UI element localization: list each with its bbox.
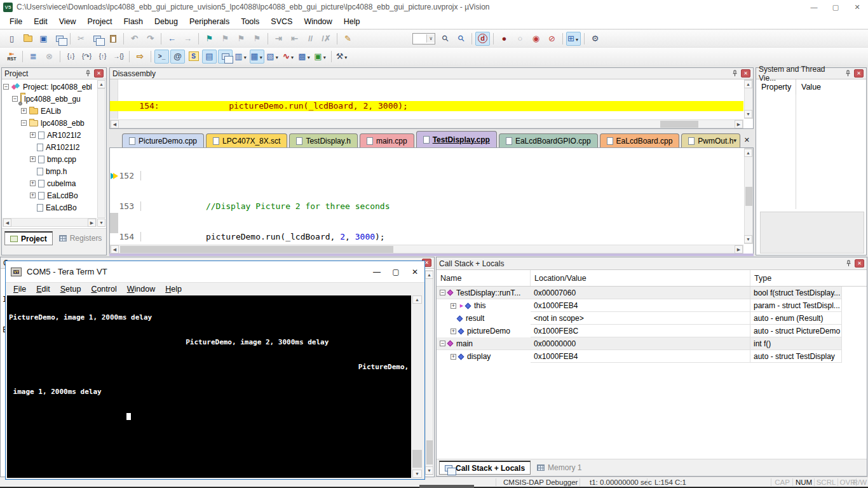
stop-button[interactable]: ⊗ <box>42 50 57 64</box>
terminal-scrollbar[interactable] <box>411 295 423 478</box>
tree-item-file[interactable]: bmp.cpp <box>3 153 96 165</box>
callstack-window-button[interactable] <box>218 50 233 64</box>
tree-item-target[interactable]: lpc4088_ebb_gu <box>3 93 96 105</box>
expand-icon[interactable] <box>451 329 456 334</box>
scroll-right-button[interactable] <box>735 120 743 128</box>
tab-lpc407x-sct[interactable]: LPC407X_8X.sct <box>206 133 287 147</box>
scroll-right-button[interactable] <box>735 245 743 254</box>
menu-help[interactable]: Help <box>160 283 187 295</box>
tree-item-file[interactable]: EaLcdBo <box>3 189 96 201</box>
menu-window[interactable]: Window <box>122 283 160 295</box>
menu-file[interactable]: File <box>8 283 31 295</box>
save-all-button[interactable] <box>52 32 67 46</box>
menu-tools[interactable]: Tools <box>235 15 265 29</box>
vertical-scrollbar[interactable] <box>425 270 433 475</box>
scrollbar-thumb[interactable] <box>660 121 698 128</box>
tab-main-cpp[interactable]: main.cpp <box>360 133 414 147</box>
disable-breakpoint-button[interactable]: ○ <box>513 32 527 46</box>
tree-item-file[interactable]: AR1021I2 <box>3 129 96 141</box>
menu-help[interactable]: Help <box>338 15 366 29</box>
collapse-icon[interactable] <box>3 84 9 90</box>
scrollbar-thumb[interactable] <box>412 450 422 468</box>
scroll-right-button[interactable] <box>88 219 96 227</box>
cut-button[interactable]: ✂ <box>74 32 88 46</box>
table-row-result[interactable]: result <not in scope> auto - enum (Resul… <box>437 312 867 325</box>
vertical-scrollbar[interactable] <box>744 148 753 244</box>
table-row-this[interactable]: this 0x1000FEB4 param - struct TestDispl… <box>437 299 867 312</box>
expand-icon[interactable] <box>451 354 456 360</box>
teraterm-title-bar[interactable]: COM5 - Tera Term VT — ▢ ✕ <box>6 261 424 282</box>
vertical-scrollbar[interactable] <box>97 88 105 218</box>
menu-flash[interactable]: Flash <box>118 15 149 29</box>
table-row-main[interactable]: main 0x00000000 int f() <box>437 337 867 350</box>
tree-item-project-root[interactable]: Project: lpc4088_ebl <box>3 81 96 93</box>
scrollbar-thumb[interactable] <box>120 246 393 253</box>
toggle-bookmark-button[interactable]: ⚑ <box>202 32 217 46</box>
reset-cpu-button[interactable]: RST <box>4 50 19 64</box>
navigate-back-button[interactable]: ← <box>165 32 179 46</box>
scroll-left-button[interactable] <box>111 120 119 128</box>
symbol-window-button[interactable]: S <box>186 50 201 64</box>
uncomment-selection-button[interactable]: /✗ <box>319 32 334 46</box>
open-file-button[interactable] <box>20 32 35 46</box>
collapse-icon[interactable] <box>440 290 445 295</box>
tree-item-file[interactable]: EaLcdBo <box>3 201 96 214</box>
terminal-output[interactable]: PictureDemo, image 1, 2000ms delay Pictu… <box>7 295 411 478</box>
table-row-testdisplay-runt[interactable]: TestDisplay::runT... 0x00007060 bool f(s… <box>437 287 867 299</box>
tab-memory-1[interactable]: Memory 1 <box>532 461 587 475</box>
horizontal-scrollbar[interactable] <box>3 218 97 227</box>
column-location-value[interactable]: Location/Value <box>531 270 750 286</box>
outline-window-button[interactable]: ⊞ <box>566 32 581 46</box>
tab-list-button[interactable] <box>733 135 738 144</box>
menu-peripherals[interactable]: Peripherals <box>184 15 235 29</box>
close-panel-button[interactable] <box>855 259 864 268</box>
menu-file[interactable]: File <box>4 15 28 29</box>
column-name[interactable]: Name <box>437 270 531 286</box>
scroll-up-button[interactable] <box>744 80 752 88</box>
edit-config-button[interactable]: ✎ <box>341 32 355 46</box>
table-row-display[interactable]: display 0x1000FEB4 auto - struct TestDis… <box>437 350 867 363</box>
horizontal-scrollbar[interactable] <box>110 245 743 254</box>
close-button[interactable]: ✕ <box>846 0 868 14</box>
expand-icon[interactable] <box>30 180 36 186</box>
tab-project[interactable]: Project <box>4 231 53 245</box>
scroll-down-button[interactable] <box>744 110 752 118</box>
incremental-find-button[interactable]: ⚲ <box>454 32 468 46</box>
step-button[interactable]: {↓} <box>64 50 78 64</box>
code-editor[interactable]: 152 153 //Display Picture 2 for three se… <box>110 148 743 244</box>
scroll-up-button[interactable] <box>412 295 422 304</box>
serial-windows-button[interactable]: ▧ <box>266 50 280 64</box>
scroll-up-button[interactable] <box>97 80 105 88</box>
close-document-button[interactable] <box>744 135 750 144</box>
expand-icon[interactable] <box>21 108 27 114</box>
find-in-files-button[interactable]: ⚲ <box>438 32 452 46</box>
column-property[interactable]: Property <box>756 83 796 92</box>
toolbox-button[interactable]: ⚒ <box>335 50 349 64</box>
scroll-down-button[interactable] <box>412 470 422 478</box>
indent-button[interactable]: ⇥ <box>271 32 286 46</box>
vertical-scrollbar[interactable] <box>744 79 753 119</box>
pin-icon[interactable] <box>843 69 852 78</box>
system-viewer-button[interactable]: ▣ <box>313 50 328 64</box>
scrollbar-thumb[interactable] <box>426 440 433 464</box>
tab-registers[interactable]: Registers <box>54 231 107 245</box>
scroll-down-button[interactable] <box>425 466 433 475</box>
show-next-statement-button[interactable]: ⇨ <box>133 50 147 64</box>
tab-callstack-locals[interactable]: Call Stack + Locals <box>439 461 531 475</box>
run-to-cursor-button[interactable]: →{} <box>111 50 126 64</box>
new-file-button[interactable]: ▯ <box>4 32 19 46</box>
expand-icon[interactable] <box>30 132 36 138</box>
unindent-button[interactable]: ⇤ <box>287 32 302 46</box>
column-type[interactable]: Type <box>750 270 842 286</box>
tree-item-group[interactable]: lpc4088_ebb <box>3 117 96 129</box>
tab-pwmout-h[interactable]: PwmOut.h <box>681 133 740 147</box>
paste-button[interactable] <box>105 32 120 46</box>
menu-control[interactable]: Control <box>86 283 121 295</box>
minimize-button[interactable]: — <box>367 264 386 280</box>
prev-bookmark-button[interactable]: ⚑ <box>234 32 248 46</box>
collapse-icon[interactable] <box>21 120 27 126</box>
tab-ealcdboard-cpp[interactable]: EaLcdBoard.cpp <box>600 133 680 147</box>
find-combobox[interactable] <box>412 33 435 44</box>
close-panel-button[interactable] <box>741 69 750 78</box>
scroll-down-button[interactable] <box>744 235 752 243</box>
